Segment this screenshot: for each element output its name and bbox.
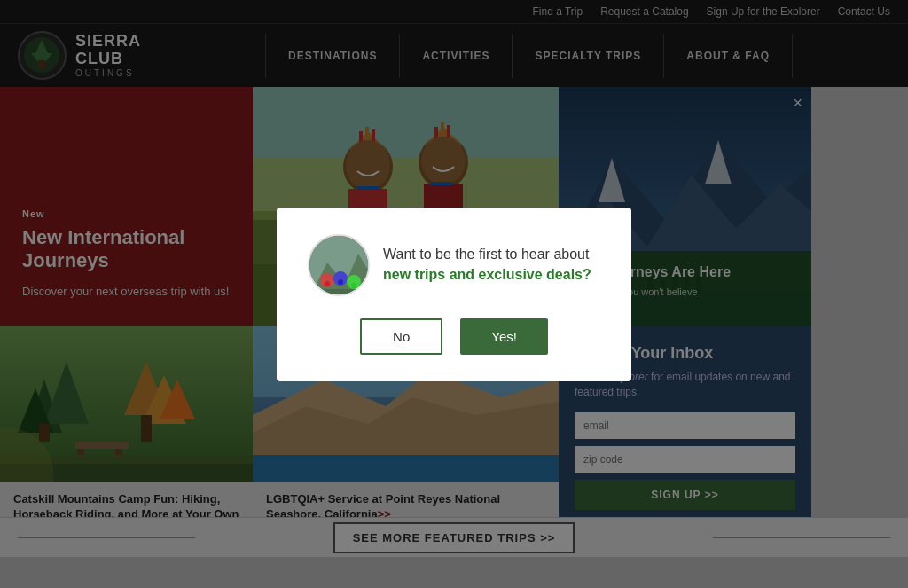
modal-avatar	[308, 234, 370, 296]
svg-rect-60	[309, 289, 370, 296]
modal-content-top: Want to be the first to hear about new t…	[308, 234, 600, 296]
modal-buttons: No Yes!	[360, 318, 548, 355]
modal-overlay: Want to be the first to hear about new t…	[0, 0, 908, 588]
notification-modal: Want to be the first to hear about new t…	[277, 208, 631, 381]
modal-no-button[interactable]: No	[360, 318, 442, 355]
svg-point-57	[325, 281, 330, 286]
modal-yes-button[interactable]: Yes!	[460, 318, 548, 355]
modal-highlight: new trips and exclusive deals?	[383, 267, 591, 282]
modal-text: Want to be the first to hear about new t…	[383, 245, 600, 285]
svg-point-59	[351, 283, 356, 288]
svg-point-58	[338, 279, 343, 285]
